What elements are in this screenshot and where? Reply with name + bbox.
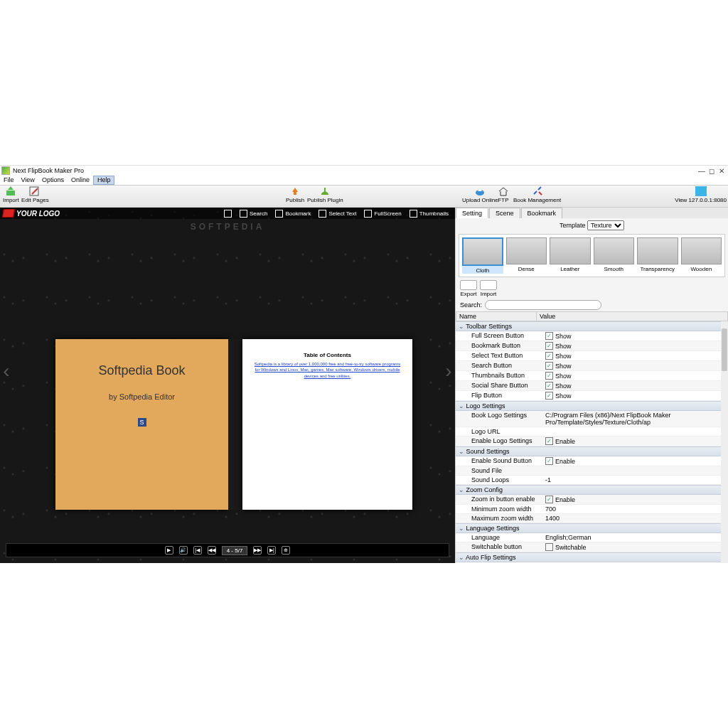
setting-value[interactable]: ✓Show	[542, 341, 728, 351]
settings-search-input[interactable]	[485, 300, 601, 310]
checkbox[interactable]	[545, 543, 553, 551]
editpages-button[interactable]: Edit Pages	[21, 186, 49, 203]
settings-scrollbar[interactable]	[721, 321, 728, 563]
play-button[interactable]: ▶	[165, 546, 173, 555]
menu-options[interactable]: Options	[38, 176, 68, 185]
setting-row[interactable]: Logo URL	[456, 427, 728, 437]
grid-header-name[interactable]: Name	[456, 312, 537, 321]
selecttext-button[interactable]: Select Text	[315, 208, 360, 219]
checkbox[interactable]: ✓	[545, 352, 553, 360]
checkbox[interactable]: ✓	[545, 457, 553, 465]
section-language-settings[interactable]: ⌄ Language Settings	[456, 523, 728, 533]
template-select[interactable]: Texture	[587, 220, 624, 230]
setting-row[interactable]: Social Share Button✓Show	[456, 381, 728, 391]
tab-setting[interactable]: Setting	[456, 208, 488, 218]
toc-link[interactable]: Softpedia is a library of over 1,000,000…	[252, 361, 402, 379]
setting-value[interactable]: 700	[542, 505, 728, 514]
checkbox[interactable]: ✓	[545, 332, 553, 340]
publishplugin-button[interactable]: Publish Plugin	[307, 186, 343, 203]
template-thumb-dense[interactable]: Dense	[506, 237, 547, 274]
template-thumb-wooden[interactable]: Wooden	[681, 237, 722, 274]
setting-value[interactable]: ✓Auto Flip Button	[542, 562, 728, 563]
section-sound-settings[interactable]: ⌄ Sound Settings	[456, 446, 728, 456]
section-zoom-config[interactable]: ⌄ Zoom Config	[456, 485, 728, 495]
setting-value[interactable]	[542, 427, 728, 437]
setting-row[interactable]: Enable Sound Button✓Enable	[456, 456, 728, 466]
setting-row[interactable]: Flip Button✓Show	[456, 391, 728, 401]
checkbox[interactable]: ✓	[545, 496, 553, 503]
menu-online[interactable]: Online	[68, 176, 93, 185]
setting-row[interactable]: Enable Logo Settings✓Enable	[456, 437, 728, 446]
setting-value[interactable]: -1	[542, 476, 728, 485]
setting-row[interactable]: Book Logo SettingsC:/Program Files (x86)…	[456, 411, 728, 427]
setting-value[interactable]: English;German	[542, 533, 728, 542]
first-page-button[interactable]: |◀	[193, 546, 202, 555]
setting-row[interactable]: Zoom in button enable✓Enable	[456, 495, 728, 505]
search-button[interactable]: Search	[236, 208, 271, 219]
setting-row[interactable]: Minimum zoom width700	[456, 505, 728, 514]
checkbox[interactable]: ✓	[545, 392, 553, 400]
uploadonline-button[interactable]: Upload Online	[462, 186, 498, 203]
setting-value[interactable]: ✓Enable	[542, 437, 728, 446]
grid-header-value[interactable]: Value	[537, 312, 558, 321]
section-toolbar-settings[interactable]: ⌄ Toolbar Settings	[456, 321, 728, 331]
checkbox[interactable]: ✓	[545, 362, 553, 370]
setting-row[interactable]: Sound File	[456, 466, 728, 476]
sound-button[interactable]: 🔊	[179, 546, 188, 555]
close-button[interactable]: ✕	[717, 167, 727, 175]
setting-value[interactable]: ✓Show	[542, 381, 728, 391]
fullscreen-button[interactable]: FullScreen	[360, 208, 405, 219]
setting-row[interactable]: Full Screen Button✓Show	[456, 331, 728, 341]
next-page-arrow[interactable]: ›	[442, 350, 455, 392]
export-template-button[interactable]: Export	[460, 280, 477, 297]
book-page-left[interactable]: Softpedia Book by Softpedia Editor S	[55, 339, 228, 510]
setting-row[interactable]: Bookmark Button✓Show	[456, 341, 728, 351]
menu-help[interactable]: Help	[93, 176, 115, 185]
setting-value[interactable]: 1400	[542, 514, 728, 523]
setting-value[interactable]: ✓Enable	[542, 495, 728, 505]
setting-value[interactable]: ✓Show	[542, 361, 728, 371]
setting-row[interactable]: Switchable buttonSwitchable	[456, 542, 728, 552]
setting-value[interactable]: ✓Enable	[542, 456, 728, 466]
tab-scene[interactable]: Scene	[489, 208, 520, 218]
bookmark-button[interactable]: Bookmark	[272, 208, 314, 219]
tab-bookmark[interactable]: Bookmark	[521, 208, 563, 218]
setting-value[interactable]	[542, 466, 728, 476]
setting-value[interactable]: Switchable	[542, 542, 728, 552]
maximize-button[interactable]: ◻	[707, 167, 717, 175]
last-page-button[interactable]: ▶|	[267, 546, 276, 555]
view-address-button[interactable]: View 127.0.0.1:8080	[675, 186, 727, 203]
setting-row[interactable]: Search Button✓Show	[456, 361, 728, 371]
prev-page-arrow[interactable]: ‹	[0, 350, 13, 392]
menu-file[interactable]: File	[0, 176, 18, 185]
template-thumb-leather[interactable]: Leather	[550, 237, 591, 274]
setting-row[interactable]: LanguageEnglish;German	[456, 533, 728, 542]
setting-row[interactable]: Thumbnails Button✓Show	[456, 371, 728, 381]
zoom-in-button[interactable]: ⊕	[282, 546, 290, 555]
setting-row[interactable]: Enable✓Auto Flip Button	[456, 562, 728, 563]
section-auto-flip-settings[interactable]: ⌄ Auto Flip Settings	[456, 552, 728, 562]
setting-value[interactable]: ✓Show	[542, 391, 728, 401]
bookmgmt-button[interactable]: Book Management	[513, 186, 561, 203]
import-button[interactable]: Import	[3, 186, 19, 203]
template-thumb-cloth[interactable]: Cloth	[462, 237, 503, 274]
setting-value[interactable]: ✓Show	[542, 371, 728, 381]
setting-value[interactable]: ✓Show	[542, 331, 728, 341]
setting-row[interactable]: Maximum zoom width1400	[456, 514, 728, 523]
template-thumb-smooth[interactable]: Smooth	[594, 237, 635, 274]
share-button[interactable]	[220, 208, 235, 219]
minimize-button[interactable]: —	[697, 167, 707, 175]
book-page-right[interactable]: Table of Contents Softpedia is a library…	[242, 339, 412, 510]
ftp-button[interactable]: FTP	[498, 186, 509, 203]
setting-value[interactable]: ✓Show	[542, 351, 728, 361]
thumbnails-button[interactable]: Thumbnails	[406, 208, 452, 219]
checkbox[interactable]: ✓	[545, 437, 553, 445]
setting-value[interactable]: C:/Program Files (x86)/Next FlipBook Mak…	[542, 411, 728, 427]
setting-row[interactable]: Sound Loops-1	[456, 476, 728, 485]
checkbox[interactable]: ✓	[545, 372, 553, 380]
checkbox[interactable]: ✓	[545, 342, 553, 350]
prev-page-button[interactable]: ◀◀	[208, 546, 216, 555]
menu-view[interactable]: View	[18, 176, 38, 185]
checkbox[interactable]: ✓	[545, 382, 553, 390]
template-thumb-transparency[interactable]: Transparency	[637, 237, 678, 274]
